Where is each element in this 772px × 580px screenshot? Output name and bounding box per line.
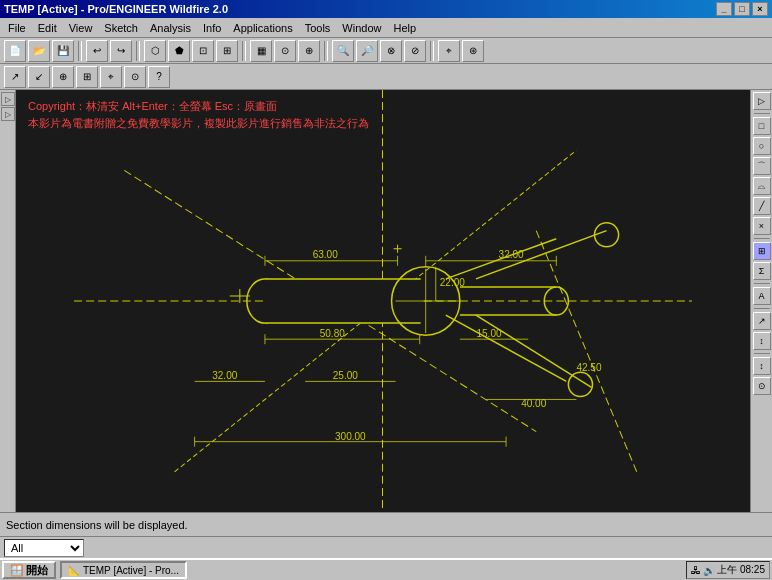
menu-file[interactable]: File <box>2 20 32 36</box>
svg-text:50.80: 50.80 <box>320 328 346 339</box>
menu-analysis[interactable]: Analysis <box>144 20 197 36</box>
tb-b1[interactable]: ⬡ <box>144 40 166 62</box>
tb-b3[interactable]: ⊡ <box>192 40 214 62</box>
tb-save[interactable]: 💾 <box>52 40 74 62</box>
tb-b9[interactable]: 🔎 <box>356 40 378 62</box>
tb2-b4[interactable]: ⊞ <box>76 66 98 88</box>
right-sep5 <box>754 353 770 354</box>
right-btn-mirror[interactable]: ↕ <box>753 332 771 350</box>
menu-info[interactable]: Info <box>197 20 227 36</box>
toolbar-row1: 📄 📂 💾 ↩ ↪ ⬡ ⬟ ⊡ ⊞ ▦ ⊙ ⊕ 🔍 🔎 ⊗ ⊘ ⌖ ⊛ <box>0 38 772 64</box>
tb-sep2 <box>136 41 140 61</box>
menu-bar: File Edit View Sketch Analysis Info Appl… <box>0 18 772 38</box>
tb-undo[interactable]: ↩ <box>86 40 108 62</box>
right-toolbar: ▷ □ ○ ⌒ ⌓ ╱ × ⊞ Σ A ↗ ↕ ↕ ⊙ <box>750 90 772 512</box>
tb-b7[interactable]: ⊕ <box>298 40 320 62</box>
svg-line-16 <box>476 231 607 279</box>
tb2-b6[interactable]: ⊙ <box>124 66 146 88</box>
tb-b13[interactable]: ⊛ <box>462 40 484 62</box>
right-btn-line[interactable]: ╱ <box>753 197 771 215</box>
right-btn-dim[interactable]: ⊞ <box>753 242 771 260</box>
tray-volume-icon: 🔊 <box>703 565 715 576</box>
svg-text:63.00: 63.00 <box>313 249 339 260</box>
minimize-button[interactable]: _ <box>716 2 732 16</box>
tb-b11[interactable]: ⊘ <box>404 40 426 62</box>
main-layout: ▷ ▷ Copyright：林清安 Alt+Enter：全螢幕 Esc：原畫面 … <box>0 90 772 512</box>
taskbar-app-icon: 📐 <box>68 565 80 576</box>
right-btn-arrow[interactable]: ▷ <box>753 92 771 110</box>
tb-b2[interactable]: ⬟ <box>168 40 190 62</box>
taskbar-tray: 🖧 🔊 上午 08:25 <box>686 561 770 579</box>
tb-b8[interactable]: 🔍 <box>332 40 354 62</box>
menu-edit[interactable]: Edit <box>32 20 63 36</box>
right-btn-arc[interactable]: ⌒ <box>753 157 771 175</box>
svg-line-18 <box>446 315 567 381</box>
sketch-svg: 63.00 32.00 22.00 50.80 15.00 42.50 32.0… <box>16 90 750 512</box>
svg-text:15.00: 15.00 <box>476 328 502 339</box>
taskbar: 🪟 開始 📐 TEMP [Active] - Pro... 🖧 🔊 上午 08:… <box>0 558 772 580</box>
right-sep2 <box>754 238 770 239</box>
close-button[interactable]: × <box>752 2 768 16</box>
tb-b10[interactable]: ⊗ <box>380 40 402 62</box>
menu-sketch[interactable]: Sketch <box>98 20 144 36</box>
tb-b5[interactable]: ▦ <box>250 40 272 62</box>
svg-text:300.00: 300.00 <box>335 431 366 442</box>
right-sep4 <box>754 308 770 309</box>
svg-text:25.00: 25.00 <box>333 370 359 381</box>
svg-line-3 <box>536 231 636 472</box>
tb-sep4 <box>324 41 328 61</box>
tb2-help[interactable]: ? <box>148 66 170 88</box>
tb-sep5 <box>430 41 434 61</box>
tb2-b1[interactable]: ↗ <box>4 66 26 88</box>
svg-text:32.00: 32.00 <box>212 370 238 381</box>
tb2-b3[interactable]: ⊕ <box>52 66 74 88</box>
menu-applications[interactable]: Applications <box>227 20 298 36</box>
filter-combo[interactable]: All <box>4 539 84 557</box>
right-sep1 <box>754 113 770 114</box>
taskbar-time: 上午 08:25 <box>717 563 765 577</box>
right-btn-circle[interactable]: ○ <box>753 137 771 155</box>
taskbar-app-proengineer[interactable]: 📐 TEMP [Active] - Pro... <box>60 561 187 579</box>
tb2-b2[interactable]: ↙ <box>28 66 50 88</box>
title-text: TEMP [Active] - Pro/ENGINEER Wildfire 2.… <box>4 3 228 15</box>
tb-b4[interactable]: ⊞ <box>216 40 238 62</box>
right-btn-move[interactable]: ↗ <box>753 312 771 330</box>
maximize-button[interactable]: □ <box>734 2 750 16</box>
taskbar-app-label: TEMP [Active] - Pro... <box>83 565 179 576</box>
menu-help[interactable]: Help <box>387 20 422 36</box>
left-toolbar: ▷ ▷ <box>0 90 16 512</box>
tray-network-icon: 🖧 <box>691 565 701 576</box>
menu-tools[interactable]: Tools <box>299 20 337 36</box>
menu-window[interactable]: Window <box>336 20 387 36</box>
tb-b6[interactable]: ⊙ <box>274 40 296 62</box>
status-bar: Section dimensions will be displayed. <box>0 512 772 536</box>
right-btn-rect[interactable]: □ <box>753 117 771 135</box>
right-btn-text[interactable]: A <box>753 287 771 305</box>
tb-new[interactable]: 📄 <box>4 40 26 62</box>
svg-point-20 <box>568 372 592 396</box>
left-btn-2[interactable]: ▷ <box>1 107 15 121</box>
tb-b12[interactable]: ⌖ <box>438 40 460 62</box>
title-bar: TEMP [Active] - Pro/ENGINEER Wildfire 2.… <box>0 0 772 18</box>
title-controls: _ □ × <box>716 2 768 16</box>
menu-view[interactable]: View <box>63 20 99 36</box>
right-btn-extra2[interactable]: ⊙ <box>753 377 771 395</box>
canvas-area[interactable]: Copyright：林清安 Alt+Enter：全螢幕 Esc：原畫面 本影片為… <box>16 90 750 512</box>
tb-open[interactable]: 📂 <box>28 40 50 62</box>
right-btn-sigma[interactable]: Σ <box>753 262 771 280</box>
start-button[interactable]: 🪟 開始 <box>2 561 56 579</box>
status-text: Section dimensions will be displayed. <box>6 519 188 531</box>
tb-redo[interactable]: ↪ <box>110 40 132 62</box>
svg-text:22.00: 22.00 <box>440 277 466 288</box>
right-sep3 <box>754 283 770 284</box>
right-btn-conic[interactable]: ⌓ <box>753 177 771 195</box>
right-btn-x[interactable]: × <box>753 217 771 235</box>
start-label: 開始 <box>26 563 48 578</box>
svg-point-17 <box>595 223 619 247</box>
svg-text:42.50: 42.50 <box>576 362 602 373</box>
tb2-b5[interactable]: ⌖ <box>100 66 122 88</box>
left-btn-1[interactable]: ▷ <box>1 92 15 106</box>
right-btn-extra1[interactable]: ↕ <box>753 357 771 375</box>
tb-sep3 <box>242 41 246 61</box>
svg-line-19 <box>476 315 592 387</box>
